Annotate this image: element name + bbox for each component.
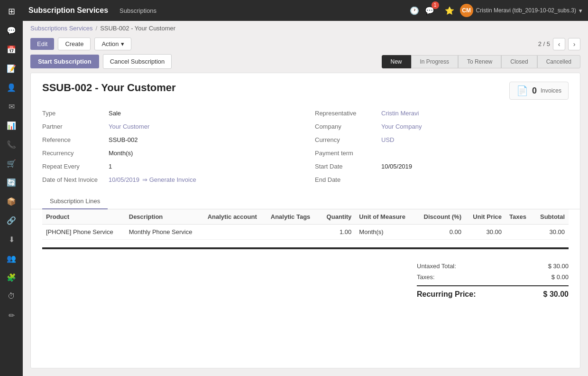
sidebar-icon-grid[interactable]: ⊞	[3, 3, 20, 20]
pagination: 2 / 5 ‹ ›	[538, 38, 580, 50]
partner-link[interactable]: Your Customer	[109, 123, 149, 130]
action-chevron-icon: ▾	[121, 40, 124, 47]
col-discount: Discount (%)	[415, 209, 465, 225]
fields-section: Type Sale Partner Your Customer Referenc…	[31, 104, 580, 194]
user-menu[interactable]: CM Cristin Meravi (tdb_2019-10-02_subs.3…	[460, 4, 582, 17]
recurring-value: $ 30.00	[543, 290, 569, 299]
sidebar-icon-people[interactable]: 👥	[3, 250, 20, 267]
taxes-label: Taxes:	[417, 273, 435, 281]
breadcrumb-current: SSUB-002 - Your Customer	[100, 25, 175, 32]
recurring-label: Recurring Price:	[417, 290, 476, 299]
col-taxes: Taxes	[505, 209, 533, 225]
invoices-widget[interactable]: 📄 0 Invoices	[509, 82, 569, 100]
sidebar-icon-chat[interactable]: 💬	[3, 22, 20, 39]
col-product: Product	[42, 209, 125, 225]
topbar: Subscription Services Subscriptions 🕐 💬 …	[23, 0, 588, 21]
col-subtotal: Subtotal	[533, 209, 569, 225]
sidebar-icon-refresh[interactable]: 🔄	[3, 174, 20, 191]
status-step-in-progress[interactable]: In Progress	[411, 55, 458, 68]
invoices-label: Invoices	[541, 87, 561, 94]
status-step-new[interactable]: New	[382, 55, 411, 68]
tabs-bar: Subscription Lines	[31, 194, 580, 209]
invoices-count: 0	[532, 86, 537, 96]
field-type: Type Sale	[42, 106, 296, 120]
sidebar-icon-calendar[interactable]: 📅	[3, 41, 20, 58]
record-card: SSUB-002 - Your Customer 📄 0 Invoices Ty…	[30, 73, 580, 368]
app-title: Subscription Services	[28, 6, 108, 15]
pagination-info: 2 / 5	[538, 40, 550, 47]
field-company: Company Your Company	[315, 120, 569, 133]
clock-icon[interactable]: 🕐	[410, 6, 419, 15]
start-subscription-button[interactable]: Start Subscription	[30, 55, 99, 68]
field-repeat-every: Repeat Every 1	[42, 160, 296, 173]
dark-divider	[42, 247, 569, 249]
cell-unit-price: 30.00	[465, 225, 505, 240]
sidebar-icon-phone[interactable]: 📞	[3, 136, 20, 153]
field-representative: Representative Cristin Meravi	[315, 106, 569, 120]
pagination-prev[interactable]: ‹	[553, 38, 565, 50]
untaxed-label: Untaxed Total:	[417, 263, 456, 270]
record-header: SSUB-002 - Your Customer 📄 0 Invoices	[31, 73, 580, 104]
sidebar-icon-link[interactable]: 🔗	[3, 212, 20, 229]
generate-invoice-link[interactable]: ⇒ Generate Invoice	[142, 176, 196, 183]
col-unit-price: Unit Price	[465, 209, 505, 225]
field-end-date: End Date	[315, 173, 569, 186]
cell-product: [PHONE] Phone Service	[42, 225, 125, 240]
status-step-closed[interactable]: Closed	[501, 55, 537, 68]
edit-button[interactable]: Edit	[30, 38, 54, 50]
cell-taxes	[505, 225, 533, 240]
field-reference: Reference SSUB-002	[42, 133, 296, 146]
representative-link[interactable]: Cristin Meravi	[381, 110, 419, 117]
cell-quantity: 1.00	[319, 225, 355, 240]
nav-subscriptions[interactable]: Subscriptions	[119, 7, 156, 14]
totals-section: Untaxed Total: $ 30.00 Taxes: $ 0.00 Rec…	[31, 253, 580, 272]
table-row[interactable]: [PHONE] Phone Service Monthly Phone Serv…	[42, 225, 569, 240]
sidebar-icon-note[interactable]: 📝	[3, 60, 20, 77]
action-button[interactable]: Action ▾	[94, 38, 131, 50]
status-bar: Start Subscription Cancel Subscription N…	[23, 54, 588, 73]
fields-left: Type Sale Partner Your Customer Referenc…	[42, 106, 296, 186]
company-link[interactable]: Your Company	[381, 123, 422, 130]
sidebar-icon-clock[interactable]: ⏱	[3, 288, 20, 305]
currency-link[interactable]: USD	[381, 136, 394, 143]
sidebar-icon-box[interactable]: 📦	[3, 193, 20, 210]
fields-right: Representative Cristin Meravi Company Yo…	[315, 106, 569, 186]
sidebar-icon-download[interactable]: ⬇	[3, 231, 20, 248]
sidebar-icon-puzzle[interactable]: 🧩	[3, 269, 20, 286]
message-badge: 1	[432, 1, 439, 9]
cancel-subscription-button[interactable]: Cancel Subscription	[103, 54, 172, 69]
breadcrumb-separator: /	[96, 25, 98, 32]
status-step-to-renew[interactable]: To Renew	[458, 55, 501, 68]
record-title: SSUB-002 - Your Customer	[42, 82, 176, 94]
cell-unit-of-measure: Month(s)	[355, 225, 415, 240]
totals-table: Untaxed Total: $ 30.00 Taxes: $ 0.00 Rec…	[417, 261, 569, 301]
topbar-icons: 🕐 💬 1 ⭐ CM Cristin Meravi (tdb_2019-10-0…	[410, 4, 582, 17]
star-icon[interactable]: ⭐	[445, 6, 454, 15]
status-step-cancelled[interactable]: Cancelled	[537, 55, 580, 68]
field-partner: Partner Your Customer	[42, 120, 296, 133]
sidebar-icon-shop[interactable]: 🛒	[3, 155, 20, 172]
content-area: Subscriptions Services / SSUB-002 - Your…	[23, 21, 588, 376]
tab-subscription-lines[interactable]: Subscription Lines	[42, 194, 108, 209]
recurring-price-row: Recurring Price: $ 30.00	[417, 285, 569, 301]
untaxed-value: $ 30.00	[548, 263, 569, 270]
subscription-table: Product Description Analytic account Ana…	[42, 209, 569, 240]
sidebar-icon-mail[interactable]: ✉	[3, 98, 20, 115]
breadcrumb-parent[interactable]: Subscriptions Services	[30, 25, 93, 32]
table-section: Product Description Analytic account Ana…	[31, 209, 580, 240]
field-recurrency: Recurrency Month(s)	[42, 146, 296, 160]
avatar: CM	[460, 4, 473, 17]
pagination-next[interactable]: ›	[568, 38, 580, 50]
cell-description: Monthly Phone Service	[125, 225, 204, 240]
cell-subtotal: 30.00	[533, 225, 569, 240]
action-bar: Edit Create Action ▾ 2 / 5 ‹ ›	[23, 36, 588, 54]
sidebar-icon-contacts[interactable]: 👤	[3, 79, 20, 96]
breadcrumb: Subscriptions Services / SSUB-002 - Your…	[23, 21, 588, 36]
col-quantity: Quantity	[319, 209, 355, 225]
col-unit-of-measure: Unit of Measure	[355, 209, 415, 225]
create-button[interactable]: Create	[58, 38, 91, 50]
sidebar-icon-edit[interactable]: ✏	[3, 307, 20, 324]
sidebar-icon-chart[interactable]: 📊	[3, 117, 20, 134]
next-invoice-date: 10/05/2019	[109, 176, 139, 183]
status-steps: New In Progress To Renew Closed Cancelle…	[382, 55, 580, 68]
